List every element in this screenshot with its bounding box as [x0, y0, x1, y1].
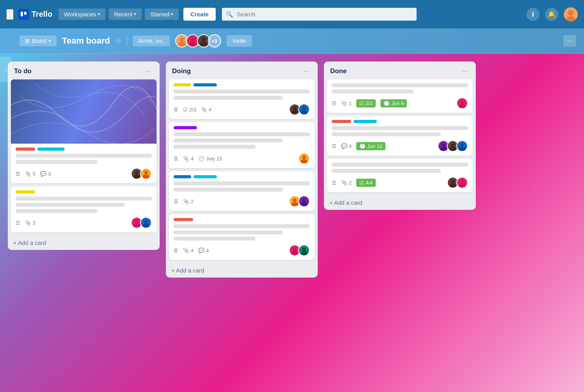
doing-card-2[interactable]: ☰ 📎 4 🕐 July 15 — [169, 122, 315, 168]
doing-card-4[interactable]: ☰ 📎 4 💬 4 — [169, 214, 315, 260]
list-doing: Doing ··· ☰ ☑ 2/3 — [166, 62, 318, 278]
paperclip-icon: 📎 — [25, 171, 31, 177]
starred-menu[interactable]: Starred ▾ — [145, 9, 179, 20]
sidebar-toggle[interactable]: › — [0, 57, 12, 82]
workspaces-menu[interactable]: Workspaces ▾ — [58, 9, 105, 20]
paperclip-icon-2: 📎 — [25, 220, 31, 226]
logo-box — [18, 9, 29, 20]
attachments-doing-1: 📎 4 — [201, 107, 211, 113]
comment-icon-2: 💬 — [198, 248, 204, 253]
card-footer-done-3: ☰ 📎 2 ☑ 4/4 — [332, 177, 468, 188]
list-todo-menu[interactable]: ··· — [144, 67, 153, 76]
add-card-done[interactable]: + Add a card — [324, 195, 476, 210]
list-done-header: Done ··· — [324, 62, 476, 79]
attachments-done-1: 📎 1 — [341, 100, 352, 106]
card-meta-doing-1: ☰ ☑ 2/3 📎 4 — [174, 107, 211, 113]
card-footer-todo-1: ☰ 📎 5 💬 3 — [16, 168, 152, 179]
done-card-1[interactable]: ☰ 📎 1 ☑ 2/2 🕐 Jun 6 — [327, 79, 473, 113]
info-button[interactable]: ℹ — [526, 8, 540, 21]
search-container: 🔍 — [222, 8, 417, 21]
svg-rect-1 — [24, 12, 26, 15]
svg-point-43 — [293, 248, 297, 251]
starred-chevron: ▾ — [171, 12, 173, 17]
done-card-3[interactable]: ☰ 📎 2 ☑ 4/4 — [327, 159, 473, 192]
svg-point-28 — [293, 107, 297, 110]
doing-text-9 — [174, 230, 283, 234]
svg-point-16 — [135, 171, 139, 174]
desc-icon-done-3: ☰ — [332, 180, 336, 186]
done-card-2[interactable]: ☰ 💬 4 🕐 Jun 12 — [327, 116, 473, 156]
paperclip-icon-4: 📎 — [183, 156, 189, 162]
card-meta-done-2: ☰ 💬 4 🕐 Jun 12 — [332, 142, 385, 150]
logo[interactable]: Trello — [18, 9, 52, 20]
label-blue — [193, 83, 217, 86]
card-meta-todo-1: ☰ 📎 5 💬 3 — [16, 171, 51, 177]
card-text-3 — [16, 197, 152, 200]
card-labels-todo-2 — [16, 190, 152, 193]
checklist-doing-1: ☑ 2/3 — [183, 107, 196, 113]
list-done-menu[interactable]: ··· — [460, 67, 470, 76]
card-body-doing-3: ☰ 📎 2 — [169, 171, 315, 211]
label-gold — [174, 83, 191, 86]
list-doing-menu[interactable]: ··· — [302, 67, 311, 76]
clock-icon-2: 🕐 — [383, 100, 390, 106]
recent-menu[interactable]: Recent ▾ — [109, 9, 142, 20]
label-yellow — [16, 190, 35, 193]
checklist-badge-done-1: ☑ 2/2 — [356, 99, 376, 107]
search-input[interactable] — [222, 8, 417, 21]
card-avatar-pink-3 — [456, 97, 468, 109]
doing-text-2 — [174, 96, 283, 100]
notifications-button[interactable]: 🔔 — [545, 8, 558, 21]
card-text-1 — [16, 154, 152, 158]
card-avatar-yellow-2 — [298, 153, 310, 164]
doing-card-3[interactable]: ☰ 📎 2 — [169, 171, 315, 211]
starred-label: Starred — [150, 11, 169, 18]
workspace-badge[interactable]: Acme, Inc. — [133, 35, 169, 46]
card-footer-done-1: ☰ 📎 1 ☑ 2/2 🕐 Jun 6 — [332, 97, 468, 109]
label-darkblue — [174, 175, 191, 178]
list-done-title: Done — [330, 67, 347, 75]
svg-point-3 — [568, 10, 573, 16]
member-avatars: +3 — [175, 34, 221, 47]
checklist-icon-2: ☑ — [359, 100, 364, 106]
board-header: ⊞ Board ▾ Team board ☆ Acme, Inc. — [0, 28, 584, 54]
svg-point-19 — [144, 171, 148, 174]
doing-text-6 — [174, 181, 310, 185]
more-button[interactable]: ··· — [563, 35, 576, 47]
recent-label: Recent — [114, 11, 133, 18]
doing-text-4 — [174, 139, 283, 142]
card-avatars-doing-3 — [289, 195, 310, 207]
card-labels-todo-1 — [16, 148, 152, 151]
svg-point-52 — [442, 143, 445, 147]
desc-icon-doing-1: ☰ — [174, 107, 178, 113]
card-labels-doing-3 — [174, 175, 310, 178]
add-card-doing[interactable]: + Add a card — [166, 263, 318, 278]
clock-icon-3: 🕐 — [359, 143, 366, 149]
svg-point-61 — [451, 180, 455, 183]
add-card-todo[interactable]: + Add a card — [8, 236, 160, 250]
user-avatar[interactable] — [564, 7, 578, 21]
svg-point-58 — [461, 143, 464, 147]
todo-card-1[interactable]: ☰ 📎 5 💬 3 — [11, 79, 157, 183]
svg-point-64 — [461, 180, 464, 183]
grid-icon[interactable]: ⠿ — [6, 9, 14, 20]
card-avatar-purple-2 — [298, 195, 310, 207]
todo-card-2[interactable]: ☰ 📎 2 — [11, 186, 157, 232]
paperclip-icon-3: 📎 — [201, 107, 207, 113]
paperclip-icon-5: 📎 — [183, 199, 189, 204]
navbar: ⠿ Trello Workspaces ▾ Recent ▾ Starred ▾… — [0, 0, 584, 28]
invite-button[interactable]: Invite — [227, 35, 252, 47]
board-view-button[interactable]: ⊞ Board ▾ — [19, 35, 56, 46]
card-body-doing-1: ☰ ☑ 2/3 📎 4 — [169, 79, 315, 119]
star-button[interactable]: ☆ — [115, 37, 121, 45]
desc-icon-doing-4: ☰ — [174, 248, 178, 253]
board-view-label: Board — [32, 38, 46, 44]
card-footer-doing-2: ☰ 📎 4 🕐 July 15 — [174, 153, 310, 164]
doing-text-7 — [174, 188, 283, 192]
paperclip-icon-7: 📎 — [341, 100, 347, 106]
create-button[interactable]: Create — [183, 8, 216, 21]
doing-card-1[interactable]: ☰ ☑ 2/3 📎 4 — [169, 79, 315, 119]
card-text-2 — [16, 160, 97, 164]
card-avatar-blue-2 — [298, 104, 310, 115]
member-count[interactable]: +3 — [208, 34, 221, 47]
